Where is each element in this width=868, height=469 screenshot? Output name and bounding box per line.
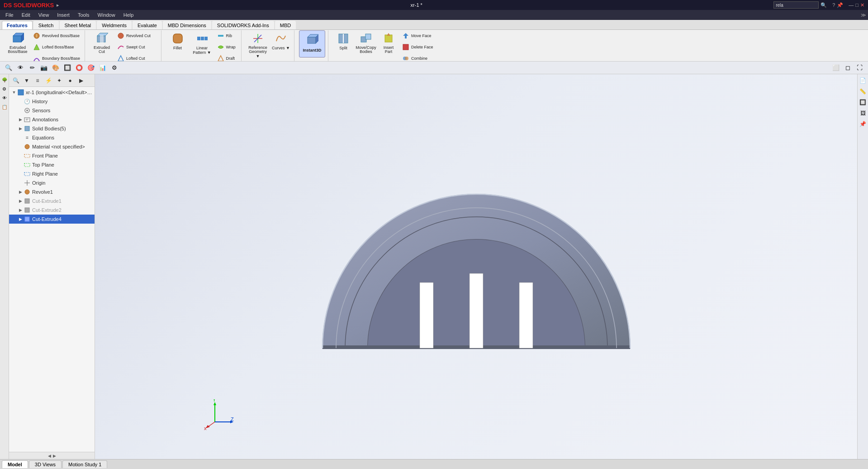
sb-star-btn[interactable]: ✦: [54, 76, 64, 86]
view-restore-btn[interactable]: ◻: [843, 63, 853, 73]
rt-rect-btn[interactable]: 🔲: [859, 98, 868, 107]
rt-ruler-btn[interactable]: 📏: [859, 87, 868, 96]
tab-solidworks-addins[interactable]: SOLIDWORKS Add-Ins: [212, 21, 274, 29]
tab-weldments[interactable]: Weldments: [97, 21, 132, 29]
search-input[interactable]: [773, 1, 819, 9]
sb-list-btn[interactable]: ≡: [33, 76, 43, 86]
tree-right-plane[interactable]: Right Plane: [9, 169, 95, 178]
tab-features[interactable]: Features: [2, 21, 33, 29]
tree-top-plane[interactable]: Top Plane: [9, 160, 95, 169]
root-label: xr-1 (longitudinal<<Default>_Dis: [26, 90, 93, 95]
menu-insert[interactable]: Insert: [53, 11, 73, 19]
view-edit-btn[interactable]: ✏: [27, 63, 37, 73]
move-face-button[interactable]: Move Face: [400, 30, 446, 41]
tab-mbd[interactable]: MBD: [275, 21, 296, 29]
tree-history[interactable]: 🕐 History: [9, 97, 95, 106]
view-expand-btn[interactable]: ⬜: [831, 63, 841, 73]
insert-part-button[interactable]: InsertPart: [378, 30, 399, 57]
fillet-button[interactable]: Fillet: [166, 30, 190, 53]
tree-cut-extrude4[interactable]: ▶ Cut-Extrude4: [9, 215, 95, 224]
delete-face-button[interactable]: Delete Face: [400, 42, 446, 53]
tree-material[interactable]: Material <not specified>: [9, 142, 95, 151]
tree-root[interactable]: ▼ xr-1 (longitudinal<<Default>_Dis: [9, 88, 95, 97]
sb-bolt-btn[interactable]: ⚡: [43, 76, 53, 86]
view-fullscreen-btn[interactable]: ⛶: [854, 63, 864, 73]
minimize-button[interactable]: —: [849, 2, 854, 8]
sidebar-scrollbar[interactable]: ◀ ▶: [9, 452, 95, 459]
rt-image-btn[interactable]: 🖼: [859, 109, 868, 118]
tab-3d-views[interactable]: 3D Views: [29, 460, 62, 468]
properties-icon[interactable]: ⚙: [1, 85, 8, 92]
search-icon[interactable]: 🔍: [821, 2, 827, 8]
view-search-btn[interactable]: 🔍: [4, 63, 14, 73]
view-sphere-btn[interactable]: ⭕: [74, 63, 84, 73]
ref-geometry-button[interactable]: ReferenceGeometry ▼: [246, 30, 270, 61]
sb-play-btn[interactable]: ▶: [76, 76, 86, 86]
extruded-cut-button[interactable]: ExtrudedCut: [90, 30, 114, 57]
tab-evaluate[interactable]: Evaluate: [133, 21, 162, 29]
view-bodies-btn[interactable]: 🔲: [62, 63, 72, 73]
tree-origin[interactable]: Origin: [9, 178, 95, 187]
tab-sheet-metal[interactable]: Sheet Metal: [60, 21, 96, 29]
tree-cut-extrude1[interactable]: ▶ Cut-Extrude1: [9, 196, 95, 206]
draft-button[interactable]: Draft: [215, 53, 239, 62]
tab-motion-study[interactable]: Motion Study 1: [62, 460, 107, 468]
menu-help[interactable]: Help: [120, 11, 138, 19]
lofted-boss-button[interactable]: Lofted Boss/Base: [31, 42, 82, 53]
pin-icon[interactable]: 📌: [837, 2, 843, 8]
revolved-boss-button[interactable]: Revolved Boss/Base: [31, 30, 82, 41]
lofted-cut-button[interactable]: Lofted Cut: [115, 53, 158, 62]
sb-filter-btn[interactable]: 🔍: [11, 76, 21, 86]
curves-button[interactable]: Curves ▼: [270, 30, 291, 53]
rt-doc-btn[interactable]: 📄: [859, 76, 868, 85]
linear-pattern-button[interactable]: LinearPattern ▼: [190, 30, 214, 57]
sidebar-resize-handle[interactable]: [93, 74, 95, 459]
view-settings-btn[interactable]: ⚙: [109, 63, 119, 73]
tree-annotations[interactable]: ▶ Annotations: [9, 115, 95, 124]
root-expand[interactable]: ▼: [11, 89, 17, 96]
menu-view[interactable]: View: [35, 11, 53, 19]
menu-expand[interactable]: ≫: [861, 12, 866, 18]
move-copy-button[interactable]: Move/CopyBodies: [355, 30, 377, 57]
scroll-right[interactable]: ▶: [53, 454, 56, 458]
maximize-button[interactable]: □: [855, 2, 859, 8]
config-icon[interactable]: 📋: [1, 103, 8, 110]
menu-file[interactable]: File: [2, 11, 17, 19]
tab-sketch[interactable]: Sketch: [33, 21, 59, 29]
help-icon[interactable]: ?: [832, 2, 835, 8]
swept-cut-button[interactable]: Swept Cut: [115, 42, 158, 53]
menu-tools[interactable]: Tools: [74, 11, 93, 19]
tab-model[interactable]: Model: [2, 460, 28, 468]
menu-window[interactable]: Window: [94, 11, 119, 19]
close-button[interactable]: ✕: [860, 2, 864, 8]
tree-cut-extrude2[interactable]: ▶ Cut-Extrude2: [9, 206, 95, 215]
tree-solid-bodies[interactable]: ▶ Solid Bodies(5): [9, 124, 95, 133]
display-icon[interactable]: 👁: [1, 94, 8, 101]
menu-edit[interactable]: Edit: [18, 11, 34, 19]
extruded-boss-button[interactable]: ExtrudedBoss/Base: [5, 30, 30, 57]
view-color-btn[interactable]: 🎨: [51, 63, 61, 73]
wrap-button[interactable]: Wrap: [215, 42, 239, 53]
rib-button[interactable]: Rib: [215, 30, 239, 41]
sb-view-btn[interactable]: ▼: [22, 76, 32, 86]
split-button[interactable]: Split: [333, 30, 354, 53]
tab-mbd-dimensions[interactable]: MBD Dimensions: [163, 21, 211, 29]
tree-front-plane[interactable]: Front Plane: [9, 151, 95, 160]
feature-tree-icon[interactable]: 🌳: [1, 76, 8, 83]
sb-circle-btn[interactable]: ●: [65, 76, 75, 86]
boundary-boss-button[interactable]: Boundary Boss/Base: [31, 53, 82, 62]
combine-button[interactable]: Combine: [400, 53, 446, 62]
wrap-icon: [217, 43, 225, 51]
revolved-cut-button[interactable]: Revolved Cut: [115, 30, 158, 41]
view-camera-btn[interactable]: 📷: [39, 63, 49, 73]
view-orient-btn[interactable]: 👁: [15, 63, 25, 73]
view-chart-btn[interactable]: 📊: [98, 63, 108, 73]
view-target-btn[interactable]: 🎯: [86, 63, 96, 73]
scroll-left[interactable]: ◀: [48, 454, 51, 458]
tree-sensors[interactable]: Sensors: [9, 106, 95, 115]
rt-pin-btn[interactable]: 📌: [859, 120, 868, 129]
tree-revolve1[interactable]: ▶ Revolve1: [9, 187, 95, 196]
tree-equations[interactable]: = Equations: [9, 133, 95, 142]
instant3d-button[interactable]: Instant3D: [299, 30, 325, 57]
canvas-area[interactable]: Y Z x: [95, 74, 857, 459]
